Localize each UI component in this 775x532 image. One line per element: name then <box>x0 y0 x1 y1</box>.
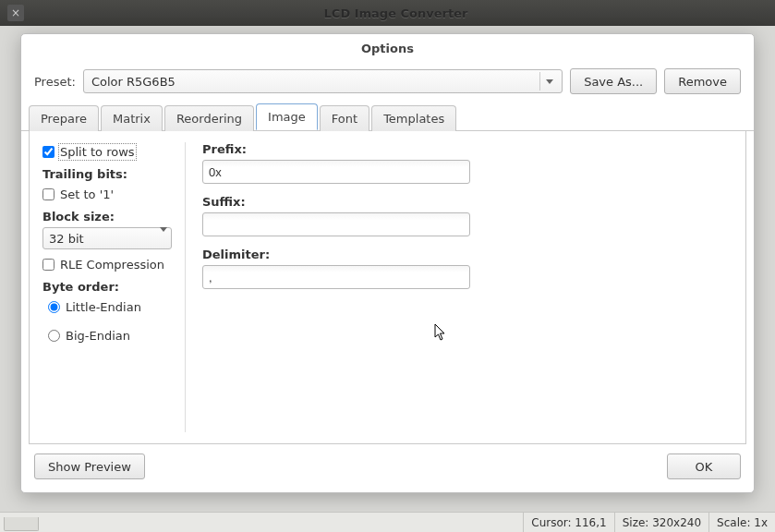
status-cursor: Cursor: 116,1 <box>523 513 613 532</box>
window-title: LCD Image Converter <box>24 6 768 20</box>
statusbar-grip <box>4 517 39 531</box>
prefix-input[interactable] <box>202 160 470 184</box>
big-endian-input[interactable] <box>48 330 60 342</box>
delimiter-input[interactable] <box>202 265 470 289</box>
tab-reordering[interactable]: Reordering <box>164 105 254 131</box>
rle-checkbox[interactable]: RLE Compression <box>42 255 174 274</box>
tab-templates[interactable]: Templates <box>371 105 456 131</box>
dialog-title: Options <box>21 34 754 61</box>
tab-font[interactable]: Font <box>320 105 369 131</box>
image-right-column: Prefix: Suffix: Delimiter: <box>202 142 479 432</box>
split-rows-input[interactable] <box>42 146 54 158</box>
preset-dropdown[interactable]: Color R5G6B5 <box>83 69 563 93</box>
close-icon: × <box>11 6 20 19</box>
save-as-button[interactable]: Save As... <box>570 68 657 94</box>
prefix-label: Prefix: <box>202 142 479 156</box>
block-size-label: Block size: <box>42 210 174 224</box>
status-size: Size: 320x240 <box>614 513 708 532</box>
statusbar: Cursor: 116,1 Size: 320x240 Scale: 1x <box>0 512 775 532</box>
block-size-dropdown[interactable]: 32 bit <box>42 227 172 249</box>
split-rows-checkbox[interactable]: Split to rows <box>42 142 174 162</box>
dialog-footer: Show Preview OK <box>21 453 754 492</box>
rle-input[interactable] <box>42 259 54 271</box>
rle-label: RLE Compression <box>60 258 164 272</box>
set-to-1-label: Set to '1' <box>60 187 114 201</box>
little-endian-input[interactable] <box>48 301 60 313</box>
tab-content-image: Split to rows Trailing bits: Set to '1' … <box>29 131 746 444</box>
set-to-1-checkbox[interactable]: Set to '1' <box>42 185 174 204</box>
preset-row: Preset: Color R5G6B5 Save As... Remove <box>21 61 754 103</box>
tabbar: Prepare Matrix Reordering Image Font Tem… <box>21 103 754 131</box>
titlebar: × LCD Image Converter <box>0 0 775 26</box>
status-scale: Scale: 1x <box>708 513 775 532</box>
preset-value: Color R5G6B5 <box>91 75 176 89</box>
big-endian-label: Big-Endian <box>66 329 130 343</box>
window-close-button[interactable]: × <box>7 5 24 21</box>
suffix-input[interactable] <box>202 212 470 236</box>
chevron-down-icon <box>539 72 558 91</box>
byte-order-label: Byte order: <box>42 280 174 294</box>
preset-label: Preset: <box>34 75 76 89</box>
image-left-column: Split to rows Trailing bits: Set to '1' … <box>42 142 186 432</box>
chevron-down-icon <box>160 232 167 246</box>
options-dialog: Options Preset: Color R5G6B5 Save As... … <box>20 33 755 493</box>
tab-prepare[interactable]: Prepare <box>29 105 99 131</box>
statusbar-spacer <box>0 513 523 532</box>
big-endian-radio[interactable]: Big-Endian <box>42 326 174 345</box>
split-rows-label: Split to rows <box>60 145 135 159</box>
little-endian-radio[interactable]: Little-Endian <box>42 297 174 317</box>
remove-button[interactable]: Remove <box>664 68 741 94</box>
ok-button[interactable]: OK <box>667 453 741 479</box>
tab-image[interactable]: Image <box>256 103 318 130</box>
little-endian-label: Little-Endian <box>66 300 141 314</box>
set-to-1-input[interactable] <box>42 188 54 200</box>
suffix-label: Suffix: <box>202 195 479 209</box>
block-size-value: 32 bit <box>49 232 84 246</box>
tab-matrix[interactable]: Matrix <box>101 105 163 131</box>
delimiter-label: Delimiter: <box>202 248 479 261</box>
show-preview-button[interactable]: Show Preview <box>34 453 145 479</box>
trailing-bits-label: Trailing bits: <box>42 167 174 181</box>
